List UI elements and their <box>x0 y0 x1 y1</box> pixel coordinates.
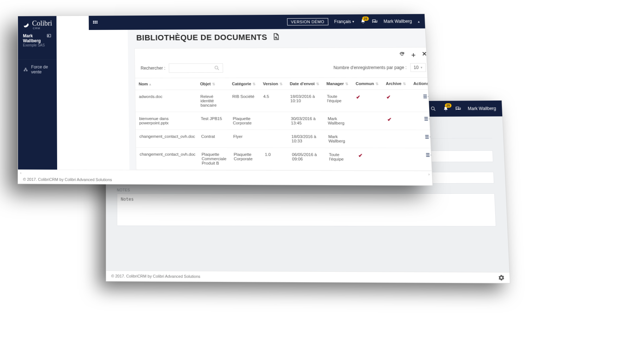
close-button[interactable]: ✕ <box>422 50 427 59</box>
cell-nom: adwords.doc <box>135 90 197 112</box>
cell-version <box>261 130 288 148</box>
check-icon: ✔ <box>387 116 392 122</box>
sidebar-item-force-de-vente[interactable]: Force de vente <box>18 59 57 80</box>
language-selector[interactable]: Français ▾ <box>334 19 354 24</box>
svg-rect-10 <box>93 22 94 23</box>
scroll-left-icon[interactable]: ‹ <box>20 170 22 175</box>
cell-date: 18/03/2016 à 10:10 <box>286 90 324 112</box>
language-label: Français <box>334 19 351 24</box>
cell-commun: ✔ <box>352 90 383 112</box>
brand[interactable]: Colibri CRM <box>18 16 56 32</box>
content-area: BIBLIOTHÈQUE DE DOCUMENTS ＋ ✕ Rechercher… <box>127 14 433 176</box>
cell-categorie: Plaquette Corporate <box>229 112 260 130</box>
sidebar-user-company: Exemple SAS <box>23 43 47 47</box>
chevron-down-icon: ▾ <box>421 66 423 69</box>
check-icon: ✔ <box>386 94 391 100</box>
library-window: Colibri CRM Mark Wallberg Exemple SAS Fo… <box>18 14 433 186</box>
cell-version: 4.5 <box>260 90 287 112</box>
check-icon: ✔ <box>358 152 363 158</box>
search-input-wrap <box>169 63 223 73</box>
cell-date: 30/03/2016 à 13:45 <box>287 112 324 130</box>
search-icon[interactable] <box>430 106 436 112</box>
notifications-count-badge: 25 <box>362 17 369 21</box>
cell-commun: ✔ <box>354 148 386 170</box>
svg-rect-8 <box>95 21 96 22</box>
page-title: BIBLIOTHÈQUE DE DOCUMENTS <box>136 33 267 43</box>
gear-icon[interactable] <box>498 275 505 281</box>
chevron-down-icon: ▾ <box>352 20 354 23</box>
scroll-right-icon[interactable]: › <box>428 172 430 176</box>
cell-commun <box>354 130 385 148</box>
col-manager[interactable]: Manager⇅ <box>323 78 352 90</box>
chat-icon[interactable] <box>455 106 461 112</box>
add-button[interactable]: ＋ <box>410 50 417 59</box>
svg-rect-12 <box>96 22 97 23</box>
chevron-up-icon[interactable]: ▴ <box>418 19 420 23</box>
sidebar: Colibri CRM Mark Wallberg Exemple SAS Fo… <box>18 16 57 175</box>
card-toolbar: ＋ ✕ <box>135 48 432 61</box>
cell-objet: Contrat <box>198 130 230 148</box>
cell-version <box>260 112 287 130</box>
row-actions-menu[interactable]: ☰▾ <box>423 94 430 100</box>
per-page-label: Nombre d'enregistrements par page : <box>333 65 407 70</box>
cell-categorie: Flyer <box>229 130 261 148</box>
cell-archive: ✔ <box>382 90 411 112</box>
table-row[interactable]: bienvenue dans powerpoint.pptxTest JPB15… <box>135 112 433 130</box>
col-actions: Actions <box>409 78 433 90</box>
table-row[interactable]: changement_contact_ovh.docPlaquette Comm… <box>136 148 433 171</box>
svg-rect-9 <box>96 21 97 22</box>
col-date[interactable]: Date d'envoi⇅ <box>286 78 323 90</box>
front-topbar: VERSION DÉMO Français ▾ 25 Mark Wallberg… <box>89 14 425 30</box>
svg-point-3 <box>48 35 49 36</box>
search-input[interactable] <box>172 66 212 71</box>
documents-table: Nom▴ Objet⇅ Catégorie⇅ Version⇅ Date d'e… <box>135 77 433 176</box>
sort-icon: ⇅ <box>253 82 256 86</box>
table-row[interactable]: changement_contact_ovh.docContratFlyer18… <box>136 130 433 148</box>
cell-categorie: RIB Société <box>229 90 260 112</box>
search-icon[interactable] <box>214 65 220 71</box>
svg-line-15 <box>218 69 219 70</box>
sort-icon: ⇅ <box>345 82 348 86</box>
sidebar-user-name: Mark Wallberg <box>23 33 47 43</box>
brand-suffix: CRM <box>33 26 52 30</box>
notes-field[interactable] <box>117 193 496 227</box>
filter-row: Rechercher : Nombre d'enregistrements pa… <box>135 60 432 78</box>
col-archive[interactable]: Archive⇅ <box>382 78 410 90</box>
per-page-value: 10 <box>414 65 419 70</box>
col-commun[interactable]: Commun⇅ <box>352 78 382 90</box>
cell-objet: Plaquette Commerciale Produit B <box>198 148 230 170</box>
cell-manager: Mark Wallberg <box>324 130 354 148</box>
col-objet[interactable]: Objet⇅ <box>196 78 229 90</box>
id-card-icon[interactable] <box>47 33 51 39</box>
svg-rect-6 <box>26 70 28 71</box>
current-user-label[interactable]: Mark Wallberg <box>468 106 496 111</box>
footer-copyright: © 2017. ColibriCRM by Colibri Advanced S… <box>111 274 200 279</box>
col-version[interactable]: Version⇅ <box>259 78 286 90</box>
svg-rect-7 <box>93 21 94 22</box>
chat-icon[interactable] <box>372 19 378 24</box>
notes-label: NOTES <box>117 188 494 192</box>
cell-date: 06/05/2016 à 09:06 <box>288 148 326 170</box>
svg-rect-11 <box>95 22 96 23</box>
refresh-button[interactable] <box>399 50 405 59</box>
footer-copyright: © 2017. ColibriCRM by Colibri Advanced S… <box>23 177 112 182</box>
svg-point-0 <box>431 107 435 110</box>
cell-archive <box>384 130 413 148</box>
svg-point-14 <box>215 66 218 69</box>
cell-manager: Toute l'équipe <box>325 148 355 170</box>
documents-card: ＋ ✕ Rechercher : Nombre d' <box>134 47 433 176</box>
document-icon <box>272 33 280 42</box>
col-categorie[interactable]: Catégorie⇅ <box>228 78 260 90</box>
current-user-label[interactable]: Mark Wallberg <box>383 19 412 24</box>
cell-manager: Toute l'équipe <box>323 90 353 112</box>
sort-icon: ⇅ <box>403 82 406 86</box>
per-page-select[interactable]: 10 ▾ <box>410 63 426 72</box>
table-row[interactable]: adwords.docRelevé identité bancaireRIB S… <box>135 90 433 112</box>
col-nom[interactable]: Nom▴ <box>135 78 197 90</box>
sort-icon: ⇅ <box>375 82 378 86</box>
cell-version: 1.0 <box>261 148 289 170</box>
notifications-button[interactable]: 25 <box>443 106 449 112</box>
cell-actions: ☰▾ <box>413 148 433 170</box>
apps-grid-icon[interactable] <box>92 19 98 26</box>
notifications-button[interactable]: 25 <box>360 19 366 24</box>
